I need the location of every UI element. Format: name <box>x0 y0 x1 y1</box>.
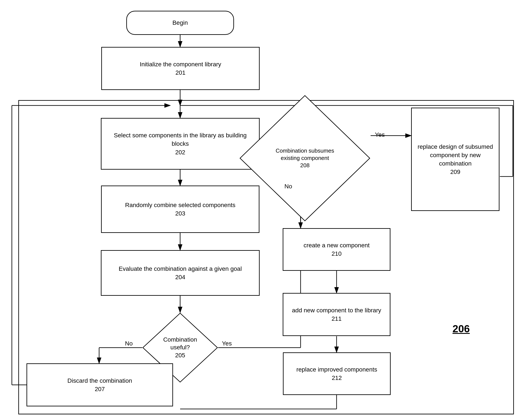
label-208-yes: Yes <box>375 131 385 138</box>
node-209-line1: replace design of subsumed component by … <box>415 142 496 168</box>
node-204-line2: 204 <box>119 273 242 281</box>
node-208-line1: Combination subsumes existing component <box>272 147 338 162</box>
node-207-line1: Discard the combination <box>67 377 132 385</box>
node-204-line1: Evaluate the combination against a given… <box>119 265 242 273</box>
node-201: Initialize the component library 201 <box>101 47 260 90</box>
node-202-line2: 202 <box>105 148 256 157</box>
node-203-line2: 203 <box>125 209 235 218</box>
node-205-line1: Combination useful? <box>161 336 199 351</box>
begin-node: Begin <box>126 11 234 35</box>
node-204: Evaluate the combination against a given… <box>101 250 260 296</box>
node-205-line2: 205 <box>161 351 199 359</box>
node-201-line1: Initialize the component library <box>140 60 221 68</box>
node-210-line2: 210 <box>304 249 370 258</box>
node-202: Select some components in the library as… <box>101 118 260 170</box>
node-208-line2: 208 <box>272 162 338 169</box>
ref-label-206: 206 <box>453 323 470 335</box>
label-205-yes: Yes <box>222 340 232 347</box>
node-209-line2: 209 <box>415 168 496 176</box>
node-208: Combination subsumes existing component … <box>239 95 370 222</box>
node-212-line2: 212 <box>296 374 377 382</box>
node-203-line1: Randomly combine selected components <box>125 201 235 209</box>
begin-label: Begin <box>169 16 191 29</box>
node-203: Randomly combine selected components 203 <box>101 185 259 233</box>
node-202-line1: Select some components in the library as… <box>105 131 256 148</box>
node-211-line2: 211 <box>292 314 381 323</box>
node-210: create a new component 210 <box>283 228 390 271</box>
node-210-line1: create a new component <box>304 241 370 249</box>
node-212: replace improved components 212 <box>283 352 391 395</box>
node-209: replace design of subsumed component by … <box>411 108 499 211</box>
node-207-line2: 207 <box>67 385 132 393</box>
node-212-line1: replace improved components <box>296 365 377 374</box>
node-201-line2: 201 <box>140 68 221 77</box>
node-207: Discard the combination 207 <box>27 363 173 406</box>
label-208-no: No <box>285 183 292 190</box>
flowchart-diagram: Begin Initialize the component library 2… <box>0 0 532 415</box>
node-211-line1: add new component to the library <box>292 306 381 314</box>
label-205-no: No <box>125 340 133 347</box>
node-211: add new component to the library 211 <box>283 293 390 336</box>
